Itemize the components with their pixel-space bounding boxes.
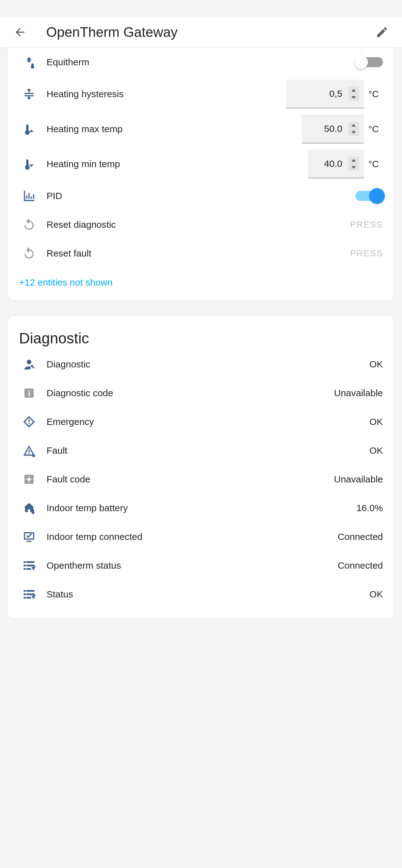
restart-icon (22, 218, 36, 231)
reset-diagnostic-label: Reset diagnostic (41, 219, 350, 230)
heating-max-input[interactable]: 50.0 (302, 115, 364, 144)
diagnostic-row[interactable]: StatusOK (8, 580, 394, 609)
app-header: OpenTherm Gateway (0, 17, 402, 48)
stepper-up-icon[interactable] (348, 122, 359, 129)
svg-rect-2 (28, 390, 30, 392)
reset-fault-label: Reset fault (41, 248, 350, 259)
diagnostic-row-label: Diagnostic code (41, 388, 334, 398)
heating-min-stepper[interactable] (348, 157, 359, 171)
thermometer-chevron-down-icon (22, 157, 36, 171)
diagnostic-row-value: OK (370, 359, 383, 370)
max-unit: °C (364, 124, 383, 134)
diagnostic-row-value: Connected (338, 560, 383, 571)
pid-toggle[interactable] (355, 191, 383, 201)
restart-icon (22, 247, 36, 260)
pid-label: PID (41, 191, 355, 201)
stepper-down-icon[interactable] (348, 129, 359, 136)
diagnostic-row-value: OK (370, 445, 383, 456)
chart-bar-icon (22, 189, 36, 203)
diagnostic-row-value: OK (370, 589, 383, 599)
equitherm-toggle[interactable] (355, 57, 383, 67)
diagnostic-row-label: Status (41, 589, 370, 599)
account-wrench-icon (22, 358, 36, 371)
list-status-icon (22, 587, 36, 601)
pencil-icon (375, 26, 389, 39)
diagnostic-row[interactable]: Indoor temp connectedConnected (8, 522, 394, 551)
reset-diagnostic-row: Reset diagnostic PRESS (8, 210, 394, 239)
heating-min-label: Heating min temp (41, 159, 308, 169)
diagnostic-row[interactable]: Diagnostic codeUnavailable (8, 379, 394, 407)
svg-rect-1 (28, 392, 30, 396)
stepper-up-icon[interactable] (348, 157, 359, 164)
config-card: Equitherm Heating hysteresis 0,5 °C Heat… (7, 48, 395, 301)
diagnostic-title: Diagnostic (8, 316, 394, 350)
edit-button[interactable] (374, 25, 390, 40)
stepper-down-icon[interactable] (348, 94, 359, 101)
diagnostic-row[interactable]: DiagnosticOK (8, 350, 394, 379)
diagnostic-row[interactable]: FaultOK (8, 436, 394, 465)
list-status-icon (22, 559, 36, 572)
equitherm-row: Equitherm (8, 48, 394, 76)
diagnostic-row-label: Indoor temp battery (41, 503, 357, 514)
heating-hysteresis-label: Heating hysteresis (41, 89, 286, 99)
heating-hysteresis-input[interactable]: 0,5 (286, 80, 364, 108)
diagnostic-row-value: OK (370, 416, 383, 427)
diagnostic-row-label: Fault code (41, 474, 334, 485)
heating-max-stepper[interactable] (348, 122, 359, 136)
diagnostic-row[interactable]: Opentherm statusConnected (8, 551, 394, 580)
diagnostic-row[interactable]: Indoor temp battery16.0% (8, 494, 394, 522)
heating-min-input[interactable]: 40.0 (308, 150, 364, 178)
thermometer-chevron-up-icon (22, 122, 36, 136)
svg-point-4 (28, 478, 31, 481)
more-entities-link[interactable]: +12 entities not shown (8, 268, 394, 291)
min-unit: °C (364, 159, 383, 169)
diagnostic-row-label: Fault (41, 445, 370, 456)
diagnostic-row-label: Opentherm status (41, 560, 338, 571)
diagnostic-card: Diagnostic DiagnosticOKDiagnostic codeUn… (7, 316, 395, 618)
home-thermo-icon (22, 501, 36, 515)
reset-fault-row: Reset fault PRESS (8, 239, 394, 268)
info-box-icon (22, 386, 36, 400)
pid-row: PID (8, 182, 394, 210)
heating-min-row: Heating min temp 40.0 °C (8, 147, 394, 182)
equitherm-label: Equitherm (41, 57, 355, 67)
alert-rhombus-icon (22, 415, 36, 429)
monitor-check-icon (22, 530, 36, 544)
diagnostic-row[interactable]: EmergencyOK (8, 407, 394, 436)
diagnostic-row[interactable]: Fault codeUnavailable (8, 465, 394, 494)
stepper-down-icon[interactable] (348, 164, 359, 171)
hysteresis-unit: °C (364, 89, 383, 99)
snowflake-thermometer-icon (22, 55, 36, 69)
stepper-up-icon[interactable] (348, 87, 359, 94)
diagnostic-row-value: Unavailable (334, 388, 383, 398)
reset-diagnostic-button[interactable]: PRESS (350, 220, 383, 230)
back-button[interactable] (12, 25, 28, 40)
page-title: OpenTherm Gateway (46, 24, 374, 40)
heating-max-row: Heating max temp 50.0 °C (8, 112, 394, 147)
alert-triangle-icon (22, 444, 36, 458)
arrow-collapse-vertical-icon (22, 87, 36, 101)
heating-max-label: Heating max temp (41, 124, 302, 134)
diagnostic-row-label: Indoor temp connected (41, 531, 338, 542)
reset-fault-button[interactable]: PRESS (350, 248, 383, 258)
diagnostic-row-value: 16.0% (357, 503, 383, 514)
arrow-left-icon (13, 26, 27, 39)
diagnostic-row-label: Diagnostic (41, 359, 370, 370)
heating-hysteresis-stepper[interactable] (348, 87, 359, 101)
diagnostic-row-value: Unavailable (334, 474, 383, 485)
heating-hysteresis-row: Heating hysteresis 0,5 °C (8, 76, 394, 112)
diagnostic-row-label: Emergency (41, 416, 370, 427)
diagnostic-row-value: Connected (338, 531, 383, 542)
cog-box-icon (22, 472, 36, 486)
